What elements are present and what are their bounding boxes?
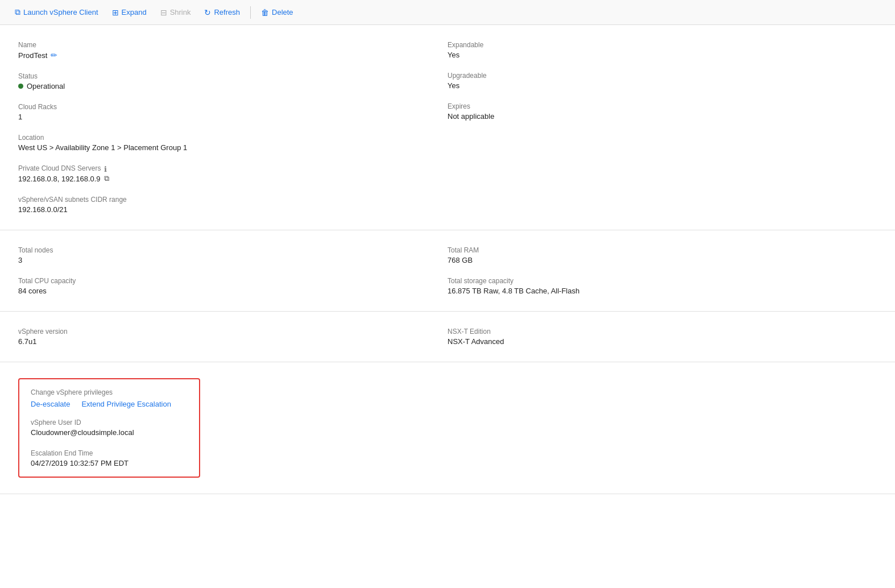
total-storage-block: Total storage capacity 16.875 TB Raw, 4.… (448, 277, 877, 295)
dns-label-row: Private Cloud DNS Servers ℹ (18, 164, 448, 174)
basic-info-right: Expandable Yes Upgradeable Yes Expires N… (448, 41, 877, 214)
expires-block: Expires Not applicable (448, 102, 877, 121)
user-id-block: vSphere User ID Cloudowner@cloudsimple.l… (31, 419, 188, 437)
total-cpu-block: Total CPU capacity 84 cores (18, 277, 448, 295)
basic-info-section: Name ProdTest ✏ Status Operational Cloud… (0, 25, 895, 230)
capacity-right: Total RAM 768 GB Total storage capacity … (448, 246, 877, 295)
delete-icon: 🗑 (261, 8, 269, 17)
version-left: vSphere version 6.7u1 (18, 328, 448, 346)
edit-name-icon[interactable]: ✏ (51, 51, 57, 60)
expand-icon: ⊞ (112, 8, 119, 17)
delete-button[interactable]: 🗑 Delete (255, 6, 299, 19)
info-icon[interactable]: ℹ (104, 165, 107, 173)
copy-dns-icon[interactable]: ⧉ (104, 174, 109, 183)
version-section: vSphere version 6.7u1 NSX-T Edition NSX-… (0, 312, 895, 362)
version-right: NSX-T Edition NSX-T Advanced (448, 328, 877, 346)
refresh-button[interactable]: ↻ Refresh (198, 6, 246, 19)
privilege-section: Change vSphere privileges De-escalate Ex… (0, 362, 895, 494)
location-block: Location West US > Availability Zone 1 >… (18, 134, 448, 152)
extend-privilege-link[interactable]: Extend Privilege Escalation (81, 400, 171, 408)
escalation-links: De-escalate Extend Privilege Escalation (31, 400, 188, 408)
toolbar: ⧉ Launch vSphere Client ⊞ Expand ⊟ Shrin… (0, 0, 895, 25)
name-block: Name ProdTest ✏ (18, 41, 448, 60)
shrink-icon: ⊟ (160, 8, 167, 17)
refresh-icon: ↻ (204, 8, 211, 17)
cloud-racks-block: Cloud Racks 1 (18, 103, 448, 121)
basic-info-left: Name ProdTest ✏ Status Operational Cloud… (18, 41, 448, 214)
launch-vsphere-button[interactable]: ⧉ Launch vSphere Client (9, 5, 104, 19)
total-ram-block: Total RAM 768 GB (448, 246, 877, 264)
basic-info-grid: Name ProdTest ✏ Status Operational Cloud… (18, 41, 877, 214)
escalation-box: Change vSphere privileges De-escalate Ex… (18, 378, 200, 478)
nsx-edition-block: NSX-T Edition NSX-T Advanced (448, 328, 877, 346)
status-block: Status Operational (18, 72, 448, 90)
toolbar-divider (250, 6, 251, 19)
capacity-section: Total nodes 3 Total CPU capacity 84 core… (0, 230, 895, 312)
deescalate-link[interactable]: De-escalate (31, 400, 70, 408)
capacity-left: Total nodes 3 Total CPU capacity 84 core… (18, 246, 448, 295)
cidr-block: vSphere/vSAN subnets CIDR range 192.168.… (18, 196, 448, 214)
name-row: ProdTest ✏ (18, 51, 448, 60)
version-grid: vSphere version 6.7u1 NSX-T Edition NSX-… (18, 328, 877, 346)
total-nodes-block: Total nodes 3 (18, 246, 448, 264)
escalation-end-block: Escalation End Time 04/27/2019 10:32:57 … (31, 449, 188, 467)
upgradeable-block: Upgradeable Yes (448, 72, 877, 90)
dns-block: Private Cloud DNS Servers ℹ 192.168.0.8,… (18, 164, 448, 183)
shrink-button[interactable]: ⊟ Shrink (155, 6, 197, 19)
capacity-grid: Total nodes 3 Total CPU capacity 84 core… (18, 246, 877, 295)
content-area: Name ProdTest ✏ Status Operational Cloud… (0, 25, 895, 494)
expandable-block: Expandable Yes (448, 41, 877, 59)
status-row: Operational (18, 82, 448, 90)
status-dot (18, 84, 23, 89)
launch-icon: ⧉ (15, 7, 20, 17)
dns-value-row: 192.168.0.8, 192.168.0.9 ⧉ (18, 174, 448, 183)
vsphere-version-block: vSphere version 6.7u1 (18, 328, 448, 346)
expand-button[interactable]: ⊞ Expand (106, 6, 152, 19)
